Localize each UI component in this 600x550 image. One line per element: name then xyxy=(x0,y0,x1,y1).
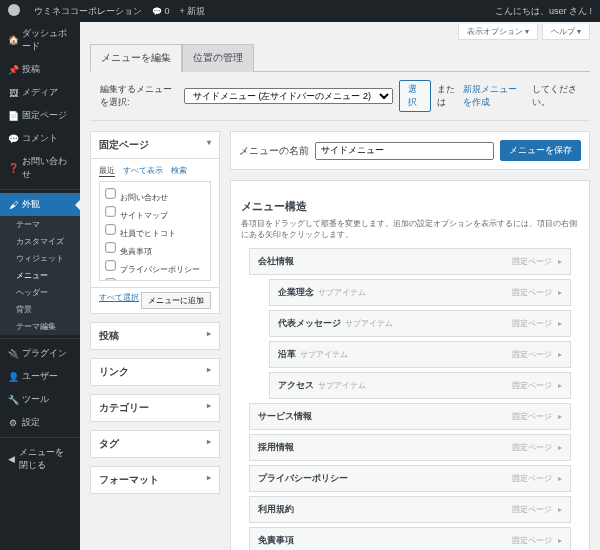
sidebar-sub-item[interactable]: メニュー xyxy=(0,267,80,284)
menu-item[interactable]: 免責事項固定ページ xyxy=(249,527,571,550)
menu-item[interactable]: 会社情報固定ページ xyxy=(249,248,571,275)
sidebar-item-5[interactable]: ❓お問い合わせ xyxy=(0,150,80,186)
pages-tab[interactable]: すべて表示 xyxy=(123,165,163,177)
help-toggle[interactable]: ヘルプ ▾ xyxy=(542,24,590,40)
sidebar-icon: ◀ xyxy=(8,454,15,464)
save-menu-button-top[interactable]: メニューを保存 xyxy=(500,140,581,161)
sidebar-sub-item[interactable]: カスタマイズ xyxy=(0,233,80,250)
menu-item[interactable]: アクセスサブアイテム固定ページ xyxy=(269,372,571,399)
sidebar-sub-item[interactable]: テーマ編集 xyxy=(0,318,80,335)
comments-icon[interactable]: 0 xyxy=(152,6,170,16)
admin-toolbar: ウミネココーポレーション 0 + 新規 こんにちは、user さん ! xyxy=(0,0,600,22)
pages-checklist: お問い合わせサイトマップ社員でヒトコト免責事項プライバシーポリシー利用規約採用情… xyxy=(99,181,211,281)
sidebar-icon: 🔌 xyxy=(8,349,18,359)
screen-options-toggle[interactable]: 表示オプション ▾ xyxy=(458,24,538,40)
menu-item[interactable]: 沿革サブアイテム固定ページ xyxy=(269,341,571,368)
menu-item[interactable]: 企業理念サブアイテム固定ページ xyxy=(269,279,571,306)
create-new-menu-link[interactable]: 新規メニューを作成 xyxy=(463,83,525,109)
sidebar-item-11[interactable]: ◀メニューを閉じる xyxy=(0,441,80,477)
sidebar-sub-item[interactable]: テーマ xyxy=(0,216,80,233)
postbox-header[interactable]: 投稿 xyxy=(91,323,219,349)
menu-item[interactable]: プライバシーポリシー固定ページ xyxy=(249,465,571,492)
menu-structure-desc: 各項目をドラッグして順番を変更します。追加の設定オプションを表示するには、項目の… xyxy=(241,218,579,240)
sidebar-sub-item[interactable]: ウィジェット xyxy=(0,250,80,267)
menu-item[interactable]: 利用規約固定ページ xyxy=(249,496,571,523)
sidebar-icon: 🖌 xyxy=(8,200,18,210)
greeting[interactable]: こんにちは、user さん ! xyxy=(495,5,592,18)
page-checkbox-item[interactable]: お問い合わせ xyxy=(104,186,206,204)
postbox-header[interactable]: カテゴリー xyxy=(91,395,219,421)
postbox-header[interactable]: タグ xyxy=(91,431,219,457)
content-area: 表示オプション ▾ ヘルプ ▾ メニューを編集 位置の管理 編集するメニューを選… xyxy=(80,22,600,550)
sidebar-item-4[interactable]: 💬コメント xyxy=(0,127,80,150)
page-checkbox-item[interactable]: 利用規約 xyxy=(104,276,206,281)
select-all-link[interactable]: すべて選択 xyxy=(99,292,139,309)
tab-edit-menus[interactable]: メニューを編集 xyxy=(90,44,182,72)
postbox-pages: 固定ページ 最近すべて表示検索 お問い合わせサイトマップ社員でヒトコト免責事項プ… xyxy=(90,131,220,314)
sidebar-icon: 📄 xyxy=(8,111,18,121)
select-menu-label: 編集するメニューを選択: xyxy=(100,83,178,109)
menu-name-input[interactable] xyxy=(315,142,494,160)
sidebar-sub-item[interactable]: 背景 xyxy=(0,301,80,318)
sidebar-item-3[interactable]: 📄固定ページ xyxy=(0,104,80,127)
sidebar-icon: 📌 xyxy=(8,65,18,75)
sidebar-icon: 🏠 xyxy=(8,35,18,45)
sidebar-item-1[interactable]: 📌投稿 xyxy=(0,58,80,81)
menu-select[interactable]: サイドメニュー (左サイドバーのメニュー 2) xyxy=(184,88,393,104)
menu-structure-title: メニュー構造 xyxy=(241,199,579,214)
sidebar-item-0[interactable]: 🏠ダッシュボード xyxy=(0,22,80,58)
add-to-menu-button[interactable]: メニューに追加 xyxy=(141,292,211,309)
postbox-header[interactable]: リンク xyxy=(91,359,219,385)
postbox-header[interactable]: フォーマット xyxy=(91,467,219,493)
menu-item[interactable]: 採用情報固定ページ xyxy=(249,434,571,461)
tab-manage-locations[interactable]: 位置の管理 xyxy=(182,44,254,72)
sidebar-item-6[interactable]: 🖌外観 xyxy=(0,193,80,216)
sidebar-sub-item[interactable]: ヘッダー xyxy=(0,284,80,301)
sidebar-icon: 👤 xyxy=(8,372,18,382)
pages-tab[interactable]: 検索 xyxy=(171,165,187,177)
menu-name-label: メニューの名前 xyxy=(239,144,309,158)
sidebar-item-9[interactable]: 🔧ツール xyxy=(0,388,80,411)
site-name[interactable]: ウミネココーポレーション xyxy=(34,5,142,18)
wp-logo-icon[interactable] xyxy=(8,4,24,18)
menu-item[interactable]: 代表メッセージサブアイテム固定ページ xyxy=(269,310,571,337)
page-checkbox-item[interactable]: 社員でヒトコト xyxy=(104,222,206,240)
menu-item[interactable]: サービス情報固定ページ xyxy=(249,403,571,430)
sidebar-icon: 🖼 xyxy=(8,88,18,98)
new-content-link[interactable]: + 新規 xyxy=(180,5,206,18)
sidebar-icon: 💬 xyxy=(8,134,18,144)
sidebar-item-8[interactable]: 👤ユーザー xyxy=(0,365,80,388)
select-menu-button[interactable]: 選択 xyxy=(399,80,431,112)
sidebar-icon: ⚙ xyxy=(8,418,18,428)
sidebar-icon: 🔧 xyxy=(8,395,18,405)
page-checkbox-item[interactable]: 免責事項 xyxy=(104,240,206,258)
admin-sidebar: 🏠ダッシュボード📌投稿🖼メディア📄固定ページ💬コメント❓お問い合わせ🖌外観テーマ… xyxy=(0,22,80,550)
sidebar-item-10[interactable]: ⚙設定 xyxy=(0,411,80,434)
pages-tab[interactable]: 最近 xyxy=(99,165,115,177)
page-checkbox-item[interactable]: サイトマップ xyxy=(104,204,206,222)
sidebar-item-2[interactable]: 🖼メディア xyxy=(0,81,80,104)
postbox-pages-header[interactable]: 固定ページ xyxy=(91,132,219,158)
suffix-text: してください。 xyxy=(532,83,580,109)
page-checkbox-item[interactable]: プライバシーポリシー xyxy=(104,258,206,276)
or-text: または xyxy=(437,83,458,109)
sidebar-item-7[interactable]: 🔌プラグイン xyxy=(0,342,80,365)
sidebar-icon: ❓ xyxy=(8,163,18,173)
